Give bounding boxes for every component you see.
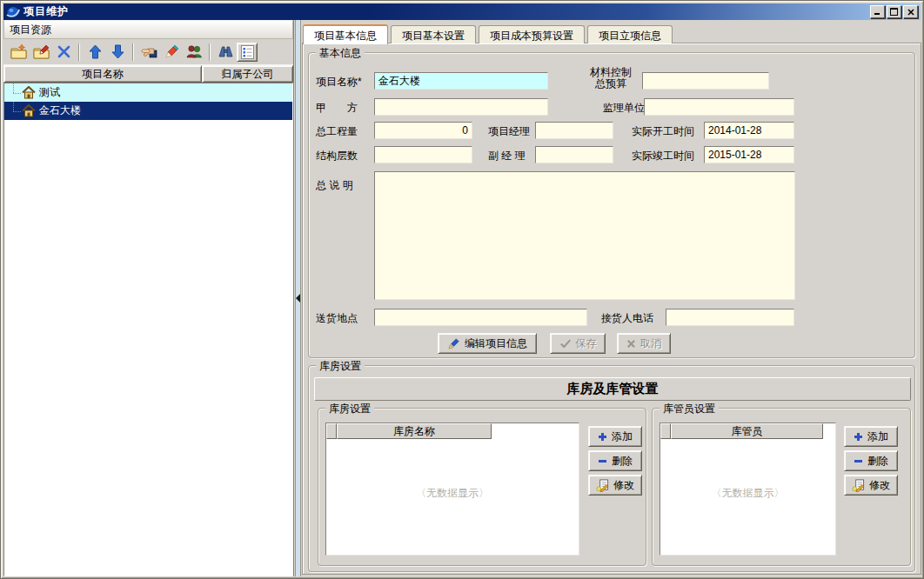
minimize-button[interactable] — [870, 5, 885, 18]
party-a-label: 甲 方 — [316, 101, 358, 116]
keeper-table: 库管员 〈无数据显示〉 — [660, 423, 836, 556]
maximize-button[interactable] — [887, 5, 901, 18]
modify-doc-icon — [852, 479, 865, 492]
project-name-input[interactable] — [374, 72, 548, 90]
store-add-button[interactable]: 添加 — [588, 426, 642, 447]
x-icon — [626, 339, 636, 349]
tree-row-label: 测试 — [39, 85, 60, 100]
move-down-button[interactable] — [106, 42, 129, 63]
app-icon — [6, 5, 20, 19]
pen-icon — [447, 337, 460, 350]
toolbar-separator — [132, 43, 134, 61]
edit-folder-icon — [33, 44, 50, 59]
deputy-manager-input[interactable] — [535, 146, 613, 163]
empty-data-text: 〈无数据显示〉 — [326, 486, 579, 501]
tab-project-approval-info[interactable]: 项目立项信息 — [587, 25, 673, 43]
empty-data-text: 〈无数据显示〉 — [660, 486, 835, 501]
detail-panel: 项目基本信息 项目基本设置 项目成本预算设置 项目立项信息 基本信息 项目名称*… — [301, 20, 922, 576]
tree-row-test[interactable]: 测试 — [4, 83, 292, 102]
store-table: 库房名称 〈无数据显示〉 — [325, 423, 579, 556]
tab-project-basic-settings[interactable]: 项目基本设置 — [391, 25, 476, 43]
home-icon — [22, 104, 36, 117]
structure-floors-label: 结构层数 — [316, 149, 358, 163]
actual-end-date-input[interactable] — [704, 146, 794, 163]
binoculars-icon — [218, 46, 233, 57]
modify-doc-icon — [596, 479, 609, 492]
move-up-button[interactable] — [84, 42, 106, 63]
delivery-address-input[interactable] — [374, 309, 587, 326]
plus-icon — [598, 432, 607, 442]
add-project-button[interactable] — [7, 42, 30, 63]
project-name-label: 项目名称* — [316, 75, 362, 90]
users-icon — [186, 45, 203, 58]
tabstrip: 项目基本信息 项目基本设置 项目成本预算设置 项目立项信息 — [303, 24, 675, 43]
store-remove-button[interactable]: 删除 — [588, 450, 642, 471]
store-groupbox: 库房设置 库房名称 〈无数据显示〉 添加 删除 — [318, 408, 646, 566]
project-manager-label: 项目经理 — [488, 124, 530, 139]
report-button[interactable] — [237, 43, 258, 62]
supervisor-unit-input[interactable] — [644, 98, 794, 116]
minimize-icon — [874, 8, 881, 16]
up-arrow-icon — [89, 44, 102, 59]
total-quantity-input[interactable] — [374, 122, 472, 139]
save-button[interactable]: 保存 — [550, 333, 606, 354]
supervisor-unit-label: 监理单位 — [603, 101, 645, 116]
new-folder-icon — [10, 44, 27, 59]
edit-project-folder-button[interactable] — [30, 42, 52, 63]
description-textarea[interactable] — [374, 171, 795, 300]
groupbox-title: 基本信息 — [316, 46, 365, 61]
assign-button[interactable] — [137, 42, 160, 63]
titlebar[interactable]: 项目维护 — [3, 3, 921, 20]
actual-end-label: 实际竣工时间 — [632, 149, 694, 163]
search-button[interactable] — [214, 42, 237, 63]
column-header-project-name[interactable]: 项目名称 — [3, 65, 202, 83]
close-icon — [907, 9, 914, 16]
keeper-column-header[interactable]: 库管员 — [671, 423, 823, 439]
groupbox-title: 库管员设置 — [660, 402, 719, 416]
groupbox-title: 库房设置 — [316, 359, 365, 374]
project-users-button[interactable] — [183, 42, 205, 63]
row-indicator-header — [660, 423, 671, 439]
minus-icon — [598, 456, 607, 466]
actual-start-label: 实际开工时间 — [632, 124, 694, 139]
edit-project-info-button[interactable]: 编辑项目信息 — [438, 333, 537, 354]
project-manager-input[interactable] — [535, 122, 613, 139]
row-indicator-header — [326, 423, 337, 439]
warehouse-groupbox: 库房设置 库房及库管设置 库房设置 库房名称 〈无数据显示〉 添加 — [308, 365, 915, 572]
delete-project-button[interactable] — [52, 42, 75, 63]
groupbox-title: 库房设置 — [325, 402, 374, 416]
project-tree: 测试 金石大楼 — [3, 83, 293, 576]
pencil-eraser-icon — [164, 44, 179, 59]
collapse-arrow-icon[interactable] — [296, 294, 300, 303]
close-button[interactable] — [903, 5, 918, 18]
column-header-company[interactable]: 归属子公司 — [202, 65, 293, 83]
tab-project-basic-info[interactable]: 项目基本信息 — [303, 24, 388, 44]
party-a-input[interactable] — [374, 98, 548, 116]
keeper-remove-button[interactable]: 删除 — [844, 450, 898, 471]
panel-splitter[interactable] — [295, 20, 301, 576]
keeper-add-button[interactable]: 添加 — [844, 426, 898, 447]
material-budget-input[interactable] — [642, 72, 769, 90]
plus-icon — [854, 432, 863, 442]
edit-pencil-button[interactable] — [160, 42, 183, 63]
receiver-phone-label: 接货人电话 — [601, 311, 653, 326]
material-budget-label: 材料控制 总预算 — [588, 67, 633, 90]
cancel-button[interactable]: 取消 — [617, 333, 671, 354]
maximize-icon — [890, 8, 898, 16]
receiver-phone-input[interactable] — [666, 309, 794, 326]
toolbar-separator — [209, 43, 211, 61]
structure-floors-input[interactable] — [374, 146, 472, 163]
deputy-manager-label: 副 经 理 — [488, 149, 526, 163]
window-title: 项目维护 — [23, 4, 69, 19]
report-list-icon — [241, 45, 254, 59]
keeper-modify-button[interactable]: 修改 — [844, 475, 898, 496]
tab-page: 基本信息 项目名称* 材料控制 总预算 甲 方 监理单位 总工程量 项目经理 实… — [302, 43, 921, 575]
store-modify-button[interactable]: 修改 — [588, 475, 642, 496]
actual-start-date-input[interactable] — [704, 122, 794, 139]
project-resource-panel: 项目资源 — [3, 20, 294, 576]
tree-row-jinshi[interactable]: 金石大楼 — [4, 102, 292, 120]
store-name-column-header[interactable]: 库房名称 — [337, 423, 492, 439]
warehouse-banner: 库房及库管设置 — [314, 377, 911, 401]
tab-project-cost-budget-settings[interactable]: 项目成本预算设置 — [479, 25, 585, 43]
delivery-address-label: 送货地点 — [316, 311, 358, 326]
